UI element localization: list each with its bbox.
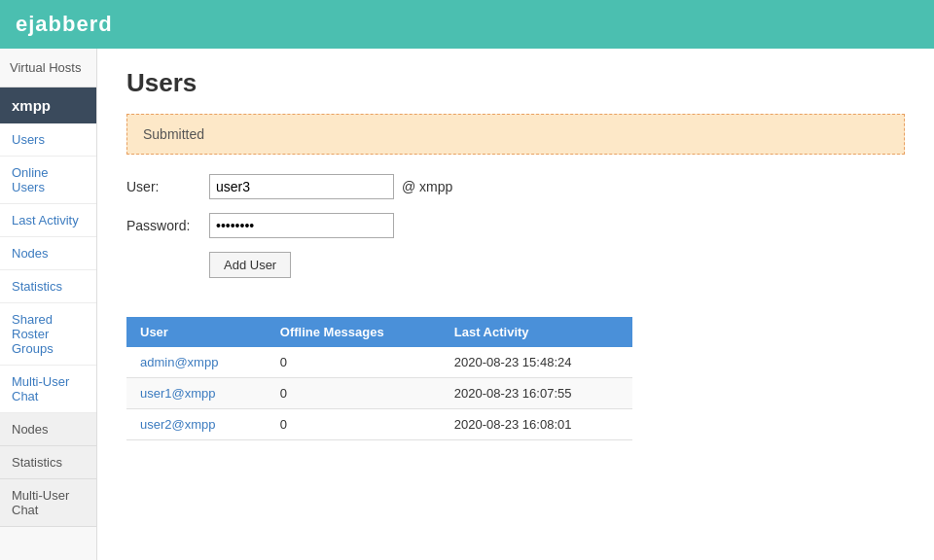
col-last-activity: Last Activity xyxy=(441,317,632,347)
sidebar-item-users[interactable]: Users xyxy=(0,123,96,157)
offline-messages-cell: 0 xyxy=(267,347,441,378)
add-user-button[interactable]: Add User xyxy=(209,252,291,278)
user-input[interactable] xyxy=(209,174,394,199)
app-header: ejabberd xyxy=(0,0,934,49)
user-cell[interactable]: user2@xmpp xyxy=(126,409,267,440)
global-muc-label[interactable]: Multi-User Chat xyxy=(0,479,96,527)
users-table: User Offline Messages Last Activity admi… xyxy=(126,317,632,440)
sidebar: Virtual Hosts xmpp Users Online Users La… xyxy=(0,49,97,560)
user-form-row: User: @ xmpp xyxy=(126,174,905,199)
table-header-row: User Offline Messages Last Activity xyxy=(126,317,632,347)
user-cell[interactable]: admin@xmpp xyxy=(126,347,267,378)
password-label: Password: xyxy=(126,218,209,233)
user-label: User: xyxy=(126,179,209,194)
sidebar-item-last-activity[interactable]: Last Activity xyxy=(0,204,96,237)
global-nodes-label[interactable]: Nodes xyxy=(0,413,96,446)
table-body: admin@xmpp 0 2020-08-23 15:48:24 user1@x… xyxy=(126,347,632,440)
sidebar-item-online-users[interactable]: Online Users xyxy=(0,157,96,204)
offline-messages-cell: 0 xyxy=(267,378,441,409)
sidebar-item-shared-roster[interactable]: Shared Roster Groups xyxy=(0,303,96,366)
active-host-label[interactable]: xmpp xyxy=(0,88,96,123)
main-layout: Virtual Hosts xmpp Users Online Users La… xyxy=(0,49,934,560)
global-statistics-label[interactable]: Statistics xyxy=(0,446,96,479)
last-activity-cell: 2020-08-23 15:48:24 xyxy=(441,347,632,378)
sidebar-item-statistics[interactable]: Statistics xyxy=(0,270,96,303)
sidebar-item-nodes[interactable]: Nodes xyxy=(0,237,96,270)
offline-messages-cell: 0 xyxy=(267,409,441,440)
page-title: Users xyxy=(126,68,905,98)
main-content: Users Submitted User: @ xmpp Password: A… xyxy=(97,49,934,560)
last-activity-cell: 2020-08-23 16:08:01 xyxy=(441,409,632,440)
sidebar-item-multi-user-chat[interactable]: Multi-User Chat xyxy=(0,366,96,413)
logo-text: ejabberd xyxy=(16,12,113,36)
table-row: user2@xmpp 0 2020-08-23 16:08:01 xyxy=(126,409,632,440)
password-form-row: Password: xyxy=(126,213,905,238)
col-user: User xyxy=(126,317,267,347)
password-input[interactable] xyxy=(209,213,394,238)
col-offline-messages: Offline Messages xyxy=(267,317,441,347)
last-activity-cell: 2020-08-23 16:07:55 xyxy=(441,378,632,409)
at-domain: @ xmpp xyxy=(402,179,452,194)
submitted-banner: Submitted xyxy=(126,114,905,155)
app-logo: ejabberd xyxy=(16,12,113,37)
table-row: admin@xmpp 0 2020-08-23 15:48:24 xyxy=(126,347,632,378)
table-row: user1@xmpp 0 2020-08-23 16:07:55 xyxy=(126,378,632,409)
virtual-hosts-label[interactable]: Virtual Hosts xyxy=(0,49,96,88)
user-cell[interactable]: user1@xmpp xyxy=(126,378,267,409)
